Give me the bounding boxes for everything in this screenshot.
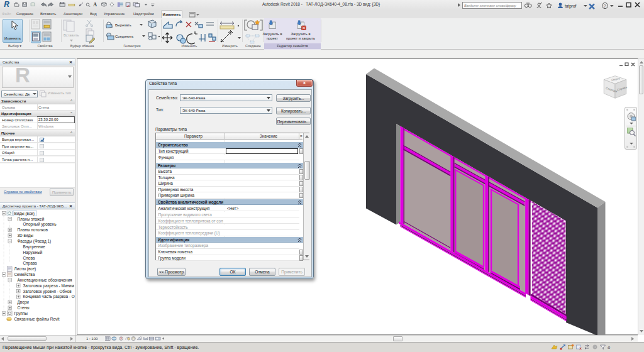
svg-text:Стены: Стены [18, 305, 30, 310]
svg-text:Вырезать: Вырезать [115, 23, 131, 27]
svg-text:Листы (все): Листы (все) [14, 267, 36, 272]
svg-text:Планы этажей: Планы этажей [18, 217, 45, 221]
svg-text:Планы потолков: Планы потолков [18, 228, 48, 232]
svg-text:Аннотационные обозначения: Аннотационные обозначения [18, 278, 72, 283]
svg-text:Опорный уровень: Опорный уровень [23, 222, 57, 227]
svg-text:Виды (все): Виды (все) [14, 211, 35, 216]
svg-text:Наружный: Наружный [23, 250, 43, 255]
svg-text:Вставить: Вставить [64, 33, 79, 37]
svg-text:Фасады (Фасад 1): Фасады (Фасад 1) [18, 239, 52, 244]
svg-text:Связанные файлы Revit: Связанные файлы Revit [14, 317, 60, 322]
svg-text:Группы: Группы [14, 311, 28, 316]
svg-text:3D виды: 3D виды [18, 233, 34, 238]
svg-text:Внутренние: Внутренние [23, 245, 46, 250]
svg-text:Заголовок разреза - Миним: Заголовок разреза - Миним [23, 283, 74, 289]
svg-text:tatprof: tatprof [565, 4, 577, 9]
svg-text:?: ? [604, 3, 606, 9]
svg-text:Справа: Справа [23, 261, 38, 266]
svg-text:Слева: Слева [23, 256, 35, 260]
svg-text:Семейства: Семейства [14, 272, 35, 277]
svg-text:Заголовок уровня - Обнов: Заголовок уровня - Обнов [23, 289, 72, 294]
svg-text:Концевая часть разреза - О: Концевая часть разреза - О [23, 294, 75, 299]
svg-text:Двери: Двери [18, 300, 30, 305]
svg-text:Соединить: Соединить [115, 35, 133, 38]
svg-text:A: A [93, 2, 97, 8]
svg-text::0: :0 [607, 346, 611, 349]
